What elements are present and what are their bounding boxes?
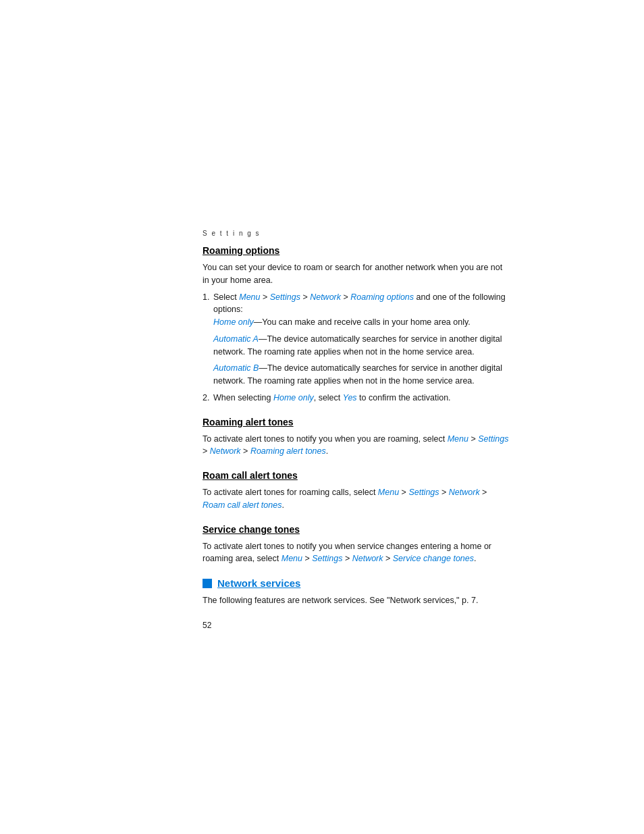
roaming-alert-tones-section: Roaming alert tones To activate alert to…	[203, 417, 509, 459]
step1-settings-link[interactable]: Settings	[270, 292, 300, 302]
roam-call-alert-tones-heading: Roam call alert tones	[203, 470, 509, 481]
rcat-tones-link[interactable]: Roam call alert tones	[203, 500, 281, 510]
rat-tones-link[interactable]: Roaming alert tones	[250, 446, 326, 456]
step2-text: When selecting Home only, select Yes to …	[213, 393, 451, 402]
rcat-settings-link[interactable]: Settings	[408, 488, 439, 497]
network-services-heading: Network services	[203, 577, 509, 589]
roaming-alert-tones-text: To activate alert tones to notify you wh…	[203, 433, 509, 459]
option-automatic-a-name: Automatic A	[213, 334, 259, 344]
sct-tones-link[interactable]: Service change tones	[393, 554, 474, 563]
service-change-tones-section: Service change tones To activate alert t…	[203, 524, 509, 566]
page-number: 52	[203, 621, 509, 630]
roam-call-alert-tones-text: To activate alert tones for roaming call…	[203, 486, 509, 512]
step2-home-only-link[interactable]: Home only	[273, 393, 314, 402]
option-automatic-b: Automatic B—The device automatically sea…	[213, 362, 509, 388]
network-services-section: Network services The following features …	[203, 577, 509, 607]
rat-menu-link[interactable]: Menu	[448, 434, 468, 444]
sct-menu-link[interactable]: Menu	[281, 554, 302, 563]
rcat-menu-link[interactable]: Menu	[378, 488, 399, 497]
roaming-options-heading: Roaming options	[203, 245, 509, 256]
option-home-only-name: Home only	[213, 317, 254, 327]
sct-settings-link[interactable]: Settings	[312, 554, 342, 563]
roaming-options-intro: You can set your device to roam or searc…	[203, 261, 509, 287]
blue-square-icon	[203, 579, 212, 588]
settings-label: S e t t i n g s	[203, 230, 509, 237]
content-area: S e t t i n g s Roaming options You can …	[203, 0, 644, 630]
step2-yes-link[interactable]: Yes	[343, 393, 357, 402]
option-home-only: Home only—You can make and receive calls…	[213, 316, 509, 329]
rcat-network-link[interactable]: Network	[449, 488, 480, 497]
step1-network-link[interactable]: Network	[310, 292, 341, 302]
roaming-alert-tones-heading: Roaming alert tones	[203, 417, 509, 427]
step1-roaming-link[interactable]: Roaming options	[350, 292, 414, 302]
roaming-options-section: Roaming options You can set your device …	[203, 245, 509, 405]
step1-menu-link[interactable]: Menu	[239, 292, 260, 302]
option-automatic-a: Automatic A—The device automatically sea…	[213, 333, 509, 359]
roam-call-alert-tones-section: Roam call alert tones To activate alert …	[203, 470, 509, 512]
roaming-step-1: 1. Select Menu > Settings > Network > Ro…	[203, 291, 509, 388]
network-services-body: The following features are network servi…	[203, 594, 509, 607]
page: S e t t i n g s Roaming options You can …	[0, 0, 644, 834]
service-change-tones-text: To activate alert tones to notify you wh…	[203, 540, 509, 566]
roaming-step-2: 2. When selecting Home only, select Yes …	[203, 392, 509, 405]
service-change-tones-heading: Service change tones	[203, 524, 509, 535]
rat-settings-link[interactable]: Settings	[478, 434, 508, 444]
sct-network-link[interactable]: Network	[352, 554, 383, 563]
option-automatic-b-name: Automatic B	[213, 363, 259, 373]
rat-network-link[interactable]: Network	[210, 446, 241, 456]
roaming-options-list: 1. Select Menu > Settings > Network > Ro…	[203, 291, 509, 405]
step1-text: Select Menu > Settings > Network > Roami…	[213, 292, 506, 315]
